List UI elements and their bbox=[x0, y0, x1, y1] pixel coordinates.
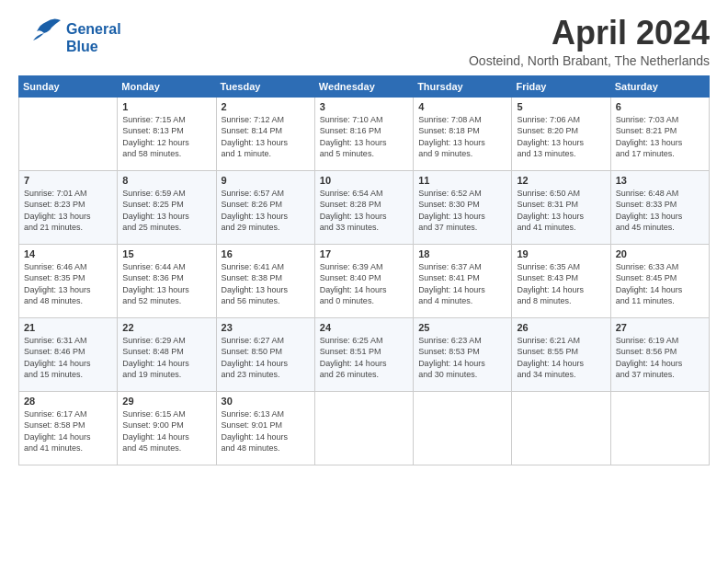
day-number: 27 bbox=[616, 322, 704, 333]
logo-text: General Blue bbox=[66, 20, 121, 55]
day-number: 15 bbox=[122, 248, 210, 259]
day-info: Sunrise: 6:54 AM Sunset: 8:28 PM Dayligh… bbox=[320, 188, 408, 234]
day-info: Sunrise: 6:13 AM Sunset: 9:01 PM Dayligh… bbox=[222, 408, 310, 454]
header-cell-monday: Monday bbox=[118, 75, 216, 97]
day-cell: 18Sunrise: 6:37 AM Sunset: 8:41 PM Dayli… bbox=[414, 244, 512, 317]
header-cell-saturday: Saturday bbox=[610, 75, 709, 97]
logo: General Blue bbox=[18, 15, 121, 61]
day-info: Sunrise: 6:17 AM Sunset: 8:58 PM Dayligh… bbox=[24, 408, 112, 454]
day-number: 20 bbox=[616, 248, 704, 259]
day-info: Sunrise: 6:52 AM Sunset: 8:30 PM Dayligh… bbox=[418, 188, 506, 234]
day-cell: 25Sunrise: 6:23 AM Sunset: 8:53 PM Dayli… bbox=[414, 317, 512, 391]
header-cell-friday: Friday bbox=[512, 75, 610, 97]
day-cell: 29Sunrise: 6:15 AM Sunset: 9:00 PM Dayli… bbox=[118, 391, 216, 465]
logo-bird-icon bbox=[18, 15, 63, 61]
calendar-page: General Blue April 2024 Oosteind, North … bbox=[0, 0, 728, 475]
day-info: Sunrise: 6:39 AM Sunset: 8:40 PM Dayligh… bbox=[320, 261, 408, 307]
day-info: Sunrise: 6:25 AM Sunset: 8:51 PM Dayligh… bbox=[320, 335, 408, 381]
day-info: Sunrise: 7:01 AM Sunset: 8:23 PM Dayligh… bbox=[24, 188, 112, 234]
day-cell bbox=[610, 391, 709, 465]
title-block: April 2024 Oosteind, North Brabant, The … bbox=[469, 15, 710, 68]
day-number: 24 bbox=[320, 322, 408, 333]
day-info: Sunrise: 6:23 AM Sunset: 8:53 PM Dayligh… bbox=[418, 335, 506, 381]
day-number: 10 bbox=[320, 175, 408, 186]
day-cell: 11Sunrise: 6:52 AM Sunset: 8:30 PM Dayli… bbox=[414, 170, 512, 244]
day-number: 23 bbox=[222, 322, 310, 333]
day-number: 21 bbox=[24, 322, 112, 333]
day-cell: 12Sunrise: 6:50 AM Sunset: 8:31 PM Dayli… bbox=[512, 170, 610, 244]
day-cell bbox=[414, 391, 512, 465]
day-number: 11 bbox=[418, 175, 506, 186]
day-number: 29 bbox=[122, 396, 210, 407]
day-info: Sunrise: 7:06 AM Sunset: 8:20 PM Dayligh… bbox=[517, 114, 605, 160]
day-cell: 30Sunrise: 6:13 AM Sunset: 9:01 PM Dayli… bbox=[216, 391, 314, 465]
day-info: Sunrise: 7:08 AM Sunset: 8:18 PM Dayligh… bbox=[418, 114, 506, 160]
day-number: 19 bbox=[517, 248, 605, 259]
location-subtitle: Oosteind, North Brabant, The Netherlands bbox=[469, 53, 710, 68]
day-info: Sunrise: 6:37 AM Sunset: 8:41 PM Dayligh… bbox=[418, 261, 506, 307]
day-number: 25 bbox=[418, 322, 506, 333]
day-number: 8 bbox=[122, 175, 210, 186]
day-info: Sunrise: 6:15 AM Sunset: 9:00 PM Dayligh… bbox=[122, 408, 210, 454]
day-info: Sunrise: 7:15 AM Sunset: 8:13 PM Dayligh… bbox=[122, 114, 210, 160]
day-cell: 17Sunrise: 6:39 AM Sunset: 8:40 PM Dayli… bbox=[314, 244, 413, 317]
day-number: 14 bbox=[24, 248, 112, 259]
day-number: 17 bbox=[320, 248, 408, 259]
day-number: 6 bbox=[616, 101, 704, 112]
day-cell: 23Sunrise: 6:27 AM Sunset: 8:50 PM Dayli… bbox=[216, 317, 314, 391]
day-info: Sunrise: 6:44 AM Sunset: 8:36 PM Dayligh… bbox=[122, 261, 210, 307]
day-info: Sunrise: 6:27 AM Sunset: 8:50 PM Dayligh… bbox=[222, 335, 310, 381]
day-info: Sunrise: 6:50 AM Sunset: 8:31 PM Dayligh… bbox=[517, 188, 605, 234]
day-cell: 5Sunrise: 7:06 AM Sunset: 8:20 PM Daylig… bbox=[512, 97, 610, 170]
day-cell: 20Sunrise: 6:33 AM Sunset: 8:45 PM Dayli… bbox=[610, 244, 709, 317]
week-row-3: 14Sunrise: 6:46 AM Sunset: 8:35 PM Dayli… bbox=[19, 244, 710, 317]
day-info: Sunrise: 6:33 AM Sunset: 8:45 PM Dayligh… bbox=[616, 261, 704, 307]
page-header: General Blue April 2024 Oosteind, North … bbox=[18, 15, 710, 68]
day-info: Sunrise: 7:10 AM Sunset: 8:16 PM Dayligh… bbox=[320, 114, 408, 160]
day-info: Sunrise: 7:12 AM Sunset: 8:14 PM Dayligh… bbox=[222, 114, 310, 160]
header-cell-tuesday: Tuesday bbox=[216, 75, 314, 97]
day-info: Sunrise: 6:46 AM Sunset: 8:35 PM Dayligh… bbox=[24, 261, 112, 307]
day-number: 4 bbox=[418, 101, 506, 112]
day-cell: 26Sunrise: 6:21 AM Sunset: 8:55 PM Dayli… bbox=[512, 317, 610, 391]
day-number: 9 bbox=[222, 175, 310, 186]
week-row-5: 28Sunrise: 6:17 AM Sunset: 8:58 PM Dayli… bbox=[19, 391, 710, 465]
day-cell: 21Sunrise: 6:31 AM Sunset: 8:46 PM Dayli… bbox=[19, 317, 118, 391]
header-cell-thursday: Thursday bbox=[414, 75, 512, 97]
day-cell: 28Sunrise: 6:17 AM Sunset: 8:58 PM Dayli… bbox=[19, 391, 118, 465]
day-cell: 1Sunrise: 7:15 AM Sunset: 8:13 PM Daylig… bbox=[118, 97, 216, 170]
day-info: Sunrise: 6:57 AM Sunset: 8:26 PM Dayligh… bbox=[222, 188, 310, 234]
day-cell: 10Sunrise: 6:54 AM Sunset: 8:28 PM Dayli… bbox=[314, 170, 413, 244]
day-number: 5 bbox=[517, 101, 605, 112]
day-cell: 19Sunrise: 6:35 AM Sunset: 8:43 PM Dayli… bbox=[512, 244, 610, 317]
header-cell-sunday: Sunday bbox=[19, 75, 118, 97]
header-row: SundayMondayTuesdayWednesdayThursdayFrid… bbox=[19, 75, 710, 97]
day-info: Sunrise: 6:41 AM Sunset: 8:38 PM Dayligh… bbox=[222, 261, 310, 307]
day-info: Sunrise: 6:19 AM Sunset: 8:56 PM Dayligh… bbox=[616, 335, 704, 381]
calendar-table: SundayMondayTuesdayWednesdayThursdayFrid… bbox=[18, 75, 710, 465]
day-cell bbox=[314, 391, 413, 465]
day-info: Sunrise: 7:03 AM Sunset: 8:21 PM Dayligh… bbox=[616, 114, 704, 160]
day-cell: 3Sunrise: 7:10 AM Sunset: 8:16 PM Daylig… bbox=[314, 97, 413, 170]
day-cell: 16Sunrise: 6:41 AM Sunset: 8:38 PM Dayli… bbox=[216, 244, 314, 317]
day-number: 12 bbox=[517, 175, 605, 186]
day-info: Sunrise: 6:48 AM Sunset: 8:33 PM Dayligh… bbox=[616, 188, 704, 234]
week-row-1: 1Sunrise: 7:15 AM Sunset: 8:13 PM Daylig… bbox=[19, 97, 710, 170]
day-info: Sunrise: 6:31 AM Sunset: 8:46 PM Dayligh… bbox=[24, 335, 112, 381]
day-info: Sunrise: 6:35 AM Sunset: 8:43 PM Dayligh… bbox=[517, 261, 605, 307]
day-number: 30 bbox=[222, 396, 310, 407]
day-cell: 8Sunrise: 6:59 AM Sunset: 8:25 PM Daylig… bbox=[118, 170, 216, 244]
day-number: 22 bbox=[122, 322, 210, 333]
day-number: 13 bbox=[616, 175, 704, 186]
header-cell-wednesday: Wednesday bbox=[314, 75, 413, 97]
day-number: 28 bbox=[24, 396, 112, 407]
day-cell: 14Sunrise: 6:46 AM Sunset: 8:35 PM Dayli… bbox=[19, 244, 118, 317]
day-number: 3 bbox=[320, 101, 408, 112]
day-cell: 27Sunrise: 6:19 AM Sunset: 8:56 PM Dayli… bbox=[610, 317, 709, 391]
day-info: Sunrise: 6:59 AM Sunset: 8:25 PM Dayligh… bbox=[122, 188, 210, 234]
week-row-4: 21Sunrise: 6:31 AM Sunset: 8:46 PM Dayli… bbox=[19, 317, 710, 391]
day-number: 16 bbox=[222, 248, 310, 259]
week-row-2: 7Sunrise: 7:01 AM Sunset: 8:23 PM Daylig… bbox=[19, 170, 710, 244]
day-cell: 22Sunrise: 6:29 AM Sunset: 8:48 PM Dayli… bbox=[118, 317, 216, 391]
day-number: 7 bbox=[24, 175, 112, 186]
